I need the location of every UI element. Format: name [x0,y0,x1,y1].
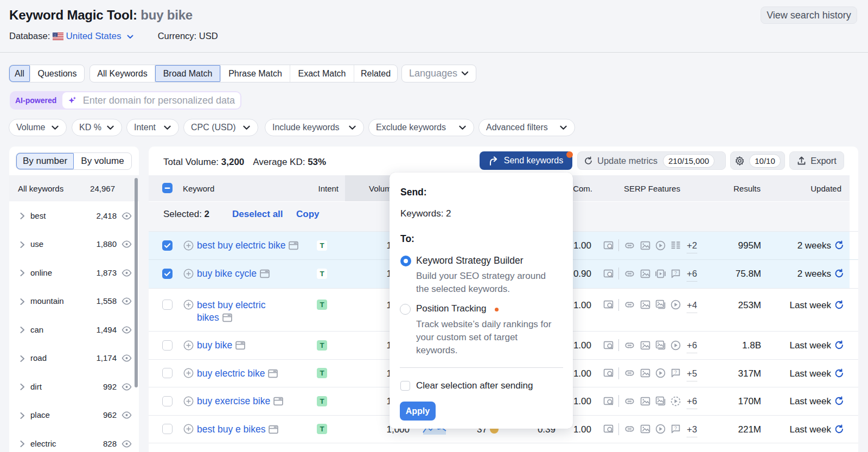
svg-text:?: ? [674,425,677,431]
svg-text:?: ? [674,370,677,375]
svg-text:?: ? [674,270,677,276]
